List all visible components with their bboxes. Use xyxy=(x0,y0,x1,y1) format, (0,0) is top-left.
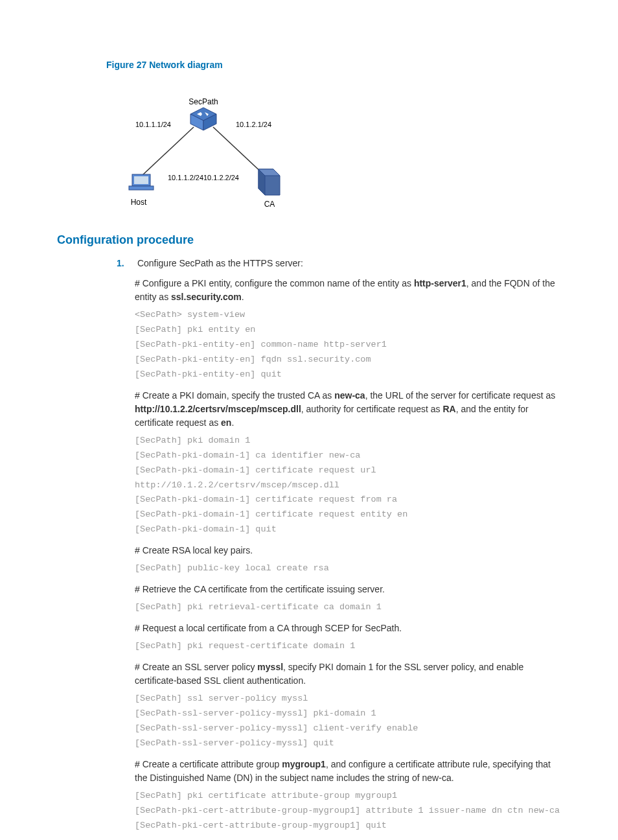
host-ip: 10.1.1.2/24 xyxy=(168,174,203,181)
secpath-label: SecPath xyxy=(189,97,218,106)
sp-left-ip: 10.1.1.1/24 xyxy=(135,121,171,128)
code-block: [SecPath] pki request-certificate domain… xyxy=(135,639,561,654)
router-icon xyxy=(190,108,216,130)
paragraph: # Create a PKI domain, specify the trust… xyxy=(135,389,561,430)
network-diagram: SecPath 10.1.1.1/24 10.1.2.1/24 Host 10.… xyxy=(106,78,561,212)
paragraph: # Retrieve the CA certificate from the c… xyxy=(135,583,561,596)
code-block: <SecPath> system-view [SecPath] pki enti… xyxy=(135,308,561,382)
code-block: [SecPath] pki certificate attribute-grou… xyxy=(135,789,561,834)
ca-ip: 10.1.2.2/24 xyxy=(203,174,239,181)
svg-rect-7 xyxy=(129,186,154,190)
code-block: [SecPath] pki domain 1 [SecPath-pki-doma… xyxy=(135,434,561,538)
ca-server-icon xyxy=(258,169,280,195)
code-block: [SecPath] pki retrieval-certificate ca d… xyxy=(135,600,561,615)
paragraph: # Request a local certificate from a CA … xyxy=(135,622,561,635)
sp-right-ip: 10.1.2.1/24 xyxy=(236,121,271,128)
host-label: Host xyxy=(131,198,147,207)
code-block: [SecPath] ssl server-policy myssl [SecPa… xyxy=(135,692,561,751)
section-heading: Configuration procedure xyxy=(57,231,561,249)
step-title: Configure SecPath as the HTTPS server: xyxy=(137,258,303,268)
svg-line-3 xyxy=(142,127,194,176)
ca-label: CA xyxy=(264,200,275,208)
host-icon xyxy=(129,174,154,190)
paragraph: # Create a certificate attribute group m… xyxy=(135,758,561,785)
paragraph: # Create an SSL server policy myssl, spe… xyxy=(135,660,561,688)
step-number: 1. xyxy=(117,257,135,270)
svg-rect-6 xyxy=(134,176,148,184)
code-block: [SecPath] public-key local create rsa xyxy=(135,561,561,576)
paragraph: # Create RSA local key pairs. xyxy=(135,544,561,557)
svg-line-4 xyxy=(213,127,265,176)
figure-caption: Figure 27 Network diagram xyxy=(106,58,561,72)
paragraph: # Configure a PKI entity, configure the … xyxy=(135,277,561,304)
